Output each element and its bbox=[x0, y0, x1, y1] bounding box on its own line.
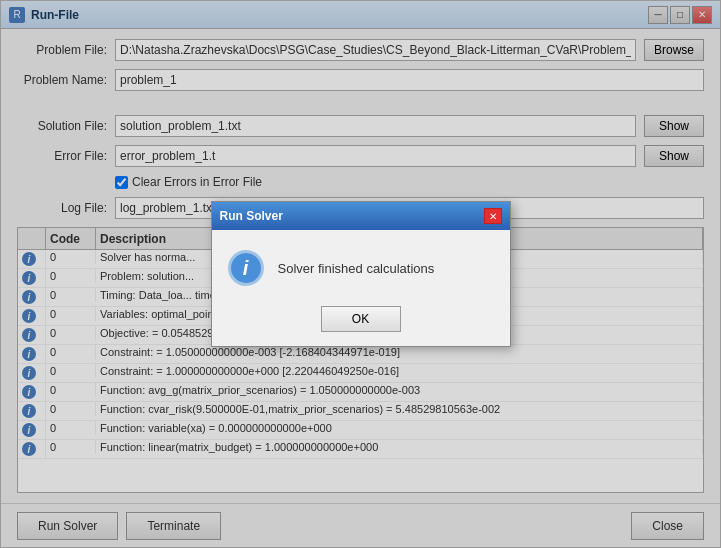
run-solver-dialog: Run Solver ✕ i Solver finished calculati… bbox=[211, 201, 511, 347]
modal-overlay: Run Solver ✕ i Solver finished calculati… bbox=[1, 1, 720, 547]
modal-info-icon: i bbox=[228, 250, 264, 286]
main-window: R Run-File ─ □ ✕ Problem File: Browse Pr… bbox=[0, 0, 721, 548]
modal-title: Run Solver bbox=[220, 209, 283, 223]
modal-body: i Solver finished calculations bbox=[212, 230, 510, 306]
modal-ok-button[interactable]: OK bbox=[321, 306, 401, 332]
modal-close-button[interactable]: ✕ bbox=[484, 208, 502, 224]
modal-title-bar: Run Solver ✕ bbox=[212, 202, 510, 230]
modal-footer: OK bbox=[212, 306, 510, 346]
modal-message: Solver finished calculations bbox=[278, 261, 435, 276]
